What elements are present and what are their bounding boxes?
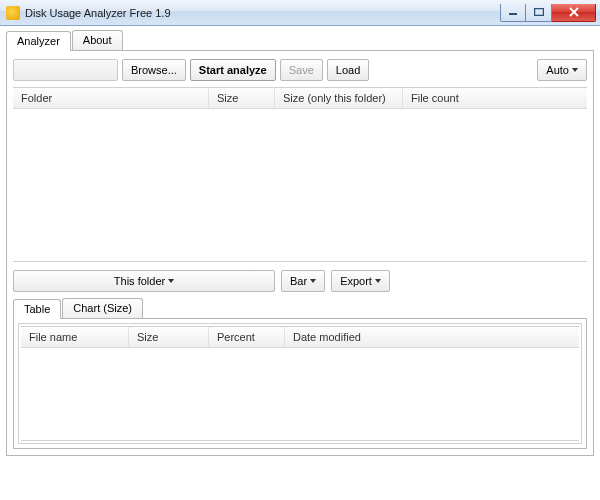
start-analyze-button[interactable]: Start analyze: [190, 59, 276, 81]
load-button[interactable]: Load: [327, 59, 369, 81]
detail-tabs: Table Chart (Size) File name Size Percen…: [13, 298, 587, 449]
tab-chart-size[interactable]: Chart (Size): [62, 298, 143, 318]
window-titlebar: Disk Usage Analyzer Free 1.9: [0, 0, 600, 26]
folder-list-body: [13, 109, 587, 261]
bar-dropdown[interactable]: Bar: [281, 270, 325, 292]
main-tabs: Analyzer About Browse... Start analyze S…: [6, 30, 594, 456]
this-folder-dropdown[interactable]: This folder: [13, 270, 275, 292]
close-button[interactable]: [552, 4, 596, 22]
analyzer-toolbar: Browse... Start analyze Save Load Auto: [13, 57, 587, 87]
col-file-name[interactable]: File name: [21, 327, 129, 347]
this-folder-label: This folder: [114, 275, 165, 287]
minimize-button[interactable]: [500, 4, 526, 22]
bar-label: Bar: [290, 275, 307, 287]
chevron-down-icon: [375, 279, 381, 283]
file-list-header: File name Size Percent Date modified: [21, 327, 579, 348]
col-size[interactable]: Size: [209, 88, 275, 108]
window-title: Disk Usage Analyzer Free 1.9: [25, 7, 171, 19]
chevron-down-icon: [572, 68, 578, 72]
auto-dropdown[interactable]: Auto: [537, 59, 587, 81]
chevron-down-icon: [310, 279, 316, 283]
path-input[interactable]: [13, 59, 118, 81]
folder-list-header: Folder Size Size (only this folder) File…: [13, 88, 587, 109]
chevron-down-icon: [168, 279, 174, 283]
file-list-body: [21, 348, 579, 440]
mid-controls: This folder Bar Export: [13, 262, 587, 298]
tab-table[interactable]: Table: [13, 299, 61, 319]
col-folder[interactable]: Folder: [13, 88, 209, 108]
auto-label: Auto: [546, 64, 569, 76]
svg-rect-1: [534, 9, 543, 16]
tab-about[interactable]: About: [72, 30, 123, 50]
col-file-count[interactable]: File count: [403, 88, 481, 108]
maximize-button[interactable]: [526, 4, 552, 22]
export-label: Export: [340, 275, 372, 287]
col-date-modified[interactable]: Date modified: [285, 327, 395, 347]
browse-button[interactable]: Browse...: [122, 59, 186, 81]
app-icon: [6, 6, 20, 20]
export-dropdown[interactable]: Export: [331, 270, 390, 292]
save-button[interactable]: Save: [280, 59, 323, 81]
col-percent[interactable]: Percent: [209, 327, 285, 347]
file-listview[interactable]: File name Size Percent Date modified: [21, 326, 579, 441]
svg-rect-0: [509, 13, 517, 15]
folder-listview[interactable]: Folder Size Size (only this folder) File…: [13, 87, 587, 262]
col-file-size[interactable]: Size: [129, 327, 209, 347]
tab-analyzer[interactable]: Analyzer: [6, 31, 71, 51]
col-size-this[interactable]: Size (only this folder): [275, 88, 403, 108]
